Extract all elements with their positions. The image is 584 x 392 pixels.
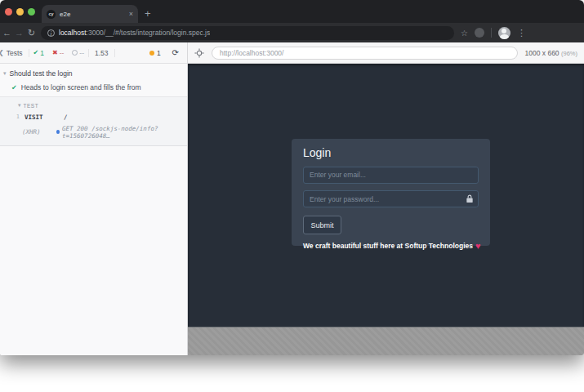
- browser-tab[interactable]: cy e2e ×: [42, 5, 138, 23]
- footer-text: We craft beautiful stuff here at Softup …: [303, 242, 473, 250]
- tab-bar: cy e2e × +: [0, 0, 584, 23]
- url-text: localhost:3000/__/#/tests/integration/lo…: [59, 29, 210, 37]
- rerun-tests-icon[interactable]: ⟳: [161, 48, 187, 57]
- selector-playground-icon[interactable]: [194, 48, 204, 58]
- tab-close-icon[interactable]: ×: [129, 11, 133, 18]
- toolbar-actions: ☆ ⋮: [461, 27, 526, 39]
- browser-menu-icon[interactable]: ⋮: [517, 28, 526, 38]
- test-row[interactable]: ✔ Heads to login screen and fills the fr…: [0, 78, 187, 96]
- url-host: localhost: [59, 29, 87, 37]
- suite-collapse-icon[interactable]: ▾: [3, 70, 7, 77]
- failed-x-icon: ✖: [52, 49, 58, 56]
- suite-row[interactable]: ▾ Should test the login: [0, 64, 187, 78]
- suite-title: Should test the login: [10, 69, 73, 78]
- section-collapse-icon[interactable]: ▾: [18, 102, 21, 109]
- reporter-panel: ❮ Tests ✔ 1 ✖ -- -- 1.53 1 ⟳: [0, 42, 188, 355]
- pending-count: --: [68, 49, 88, 57]
- passed-number: 1: [40, 49, 44, 57]
- extension-icon[interactable]: [475, 28, 484, 38]
- reporter-header: ❮ Tests ✔ 1 ✖ -- -- 1.53 1 ⟳: [0, 42, 187, 64]
- run-duration: 1.53: [88, 49, 115, 57]
- passed-count: ✔ 1: [29, 49, 48, 57]
- command-number: 1: [0, 114, 25, 120]
- page-info-icon[interactable]: i: [47, 29, 55, 37]
- app-preview: Login Submit We craft beautiful stuff he…: [188, 64, 584, 327]
- test-title: Heads to login screen and fills the from: [21, 83, 141, 91]
- stage-panel: http://localhost:3000/ 1000 x 660 (96%) …: [188, 42, 584, 355]
- command-message: GET 200 /sockjs-node/info?t=1560726048…: [56, 125, 187, 140]
- command-method: (XHR): [22, 128, 56, 136]
- back-icon[interactable]: ←: [1, 28, 13, 38]
- command-method: VISIT: [25, 114, 64, 121]
- submit-button[interactable]: Submit: [303, 216, 341, 234]
- stage-header: http://localhost:3000/ 1000 x 660 (96%): [188, 42, 584, 64]
- tab-title: e2e: [60, 11, 125, 18]
- email-field[interactable]: [303, 167, 479, 184]
- url-path: :3000/__/#/tests/integration/login.spec.…: [87, 29, 211, 37]
- reload-icon[interactable]: ↻: [25, 28, 38, 38]
- failed-number: --: [60, 49, 65, 57]
- app-url-field[interactable]: http://localhost:3000/: [212, 47, 518, 60]
- failed-count: ✖ --: [48, 49, 68, 57]
- address-bar[interactable]: i localhost:3000/__/#/tests/integration/…: [41, 26, 454, 40]
- pending-number: --: [79, 49, 84, 57]
- command-row-visit[interactable]: 1 VISIT /: [0, 111, 187, 122]
- tests-back-button[interactable]: Tests: [7, 49, 29, 57]
- viewport-dimensions: 1000 x 660: [525, 49, 559, 57]
- login-card: Login Submit We craft beautiful stuff he…: [292, 139, 490, 246]
- heart-icon: ♥: [475, 241, 481, 251]
- bookmark-star-icon[interactable]: ☆: [461, 29, 468, 38]
- viewport-scale: (96%): [561, 50, 577, 57]
- command-log: ▾ TEST 1 VISIT / (XHR) GET 200 /sockjs-n…: [0, 96, 187, 146]
- password-field[interactable]: [303, 190, 479, 207]
- minimize-window-button[interactable]: [16, 8, 24, 16]
- xhr-badge-icon: [56, 130, 60, 134]
- window-controls: [0, 0, 42, 23]
- xhr-message-text: GET 200 /sockjs-node/info?t=1560726048…: [62, 125, 187, 140]
- toolbar-divider: [491, 28, 492, 38]
- command-message: /: [64, 114, 68, 121]
- section-label: TEST: [24, 103, 39, 109]
- browser-toolbar: ← → ↻ i localhost:3000/__/#/tests/integr…: [0, 23, 584, 42]
- profile-avatar[interactable]: [498, 27, 510, 39]
- viewport-size: 1000 x 660 (96%): [525, 49, 577, 57]
- password-field-wrap: [303, 190, 479, 208]
- browser-window: cy e2e × + ← → ↻ i localhost:3000/__/#/t…: [0, 0, 584, 355]
- cypress-runner: ❮ Tests ✔ 1 ✖ -- -- 1.53 1 ⟳: [0, 42, 584, 355]
- command-section-header[interactable]: ▾ TEST: [0, 100, 187, 111]
- passed-check-icon: ✔: [33, 49, 39, 56]
- back-to-tests-icon[interactable]: ❮: [0, 49, 7, 56]
- cypress-favicon-icon: cy: [47, 10, 56, 19]
- lock-icon: [466, 194, 474, 203]
- close-window-button[interactable]: [5, 8, 12, 16]
- forward-icon[interactable]: →: [13, 28, 25, 38]
- stage-background: [188, 327, 584, 355]
- new-tab-button[interactable]: +: [145, 7, 151, 20]
- pending-circle-icon: [72, 50, 78, 56]
- zoom-window-button[interactable]: [28, 8, 35, 16]
- login-title: Login: [303, 146, 479, 159]
- footer-tagline: We craft beautiful stuff here at Softup …: [303, 241, 479, 251]
- test-passed-icon: ✔: [11, 84, 17, 91]
- email-field-wrap: [303, 166, 479, 184]
- status-dot-icon: [149, 51, 154, 56]
- command-row-xhr[interactable]: (XHR) GET 200 /sockjs-node/info?t=156072…: [0, 122, 187, 141]
